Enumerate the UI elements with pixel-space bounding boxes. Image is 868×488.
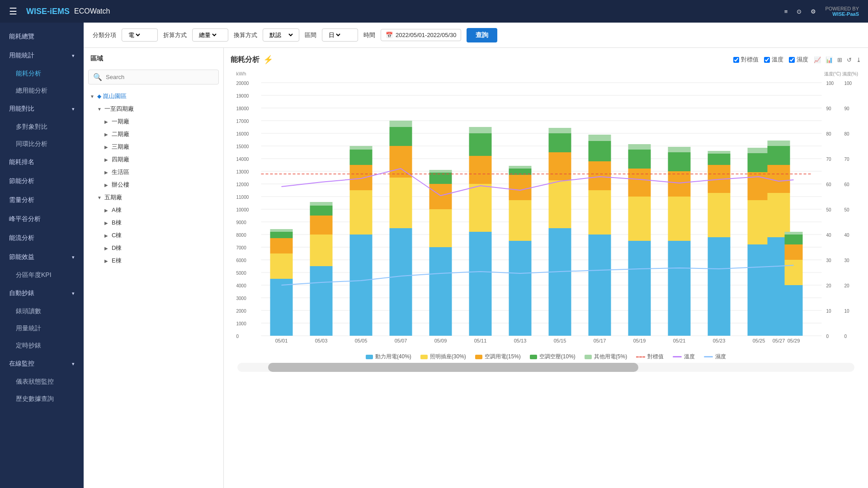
tree-arrow-icon: ▼ [90, 94, 95, 99]
chart-title: 能耗分析 [231, 55, 259, 65]
sidebar-item-online-monitor[interactable]: 在線監控 ▾ [0, 354, 84, 373]
sidebar-item-total-energy[interactable]: 總用能分析 [0, 82, 84, 99]
svg-rect-118 [589, 141, 611, 161]
legend-label-temp: 溫度 [684, 353, 695, 361]
chevron-icon-5: ▾ [72, 361, 75, 367]
chevron-icon-2: ▾ [72, 106, 75, 112]
sidebar-item-savings[interactable]: 節能分析 [0, 172, 84, 191]
tree-node-phase1-4[interactable]: ▼ 一至四期廠 [95, 103, 219, 115]
tree-node-bldA[interactable]: ▶ A棟 [103, 204, 219, 216]
sidebar-item-scheduled-read[interactable]: 定時抄錶 [0, 337, 84, 354]
menu-icon[interactable]: ≡ [784, 8, 788, 15]
checkbox-temp-label: 溫度 [772, 56, 783, 64]
sidebar-item-energy-stats[interactable]: 用能統計 ▾ [0, 46, 84, 65]
tree-arrow-icon-e: ▶ [104, 258, 110, 263]
svg-text:12000: 12000 [236, 182, 249, 187]
checkbox-target[interactable]: 對標值 [733, 56, 759, 64]
svg-text:13000: 13000 [236, 169, 249, 174]
category-select[interactable]: 電 水 氣 [122, 28, 158, 42]
svg-text:80: 80 [826, 131, 832, 136]
legend-humid: 濕度 [704, 353, 726, 361]
svg-rect-133 [708, 237, 731, 336]
svg-text:05/21: 05/21 [673, 338, 686, 343]
sidebar-item-meter-status[interactable]: 儀表狀態監控 [0, 373, 84, 390]
svg-text:05/07: 05/07 [395, 338, 407, 343]
tree-node-phase5[interactable]: ▼ 五期廠 [95, 191, 219, 204]
convert-select-input[interactable]: 默認 標準煤 [268, 31, 294, 39]
table-icon[interactable]: ⊞ [837, 56, 842, 63]
refresh-icon[interactable]: ↺ [847, 56, 852, 63]
svg-text:100: 100 [826, 81, 834, 86]
period-select-input[interactable]: 日 月 年 [327, 31, 342, 39]
tree-node-bldE[interactable]: ▶ E棟 [103, 254, 219, 267]
bar-chart-icon[interactable]: 📊 [826, 56, 833, 63]
sidebar-item-demand[interactable]: 需量分析 [0, 191, 84, 210]
calc-select-input[interactable]: 總量 均值 [197, 31, 218, 39]
tree-node-bldC[interactable]: ▶ C棟 [103, 229, 219, 242]
svg-text:19000: 19000 [236, 94, 249, 99]
checkbox-humid-input[interactable] [789, 57, 795, 63]
calc-select[interactable]: 總量 均值 [192, 28, 228, 42]
sidebar-item-period-compare[interactable]: 同環比分析 [0, 136, 84, 153]
checkbox-target-input[interactable] [733, 57, 739, 63]
sidebar-item-history-data[interactable]: 歷史數據查詢 [0, 390, 84, 408]
tree-node-phase4[interactable]: ▶ 四期廠 [103, 153, 219, 166]
sidebar-item-energy-flow[interactable]: 能流分析 [0, 229, 84, 248]
tree-node-office[interactable]: ▶ 辦公樓 [103, 178, 219, 191]
svg-text:8000: 8000 [236, 233, 247, 238]
tree-node-phase3[interactable]: ▶ 三期廠 [103, 141, 219, 153]
sidebar-item-energy-efficiency[interactable]: 節能效益 ▾ [0, 248, 84, 267]
search-input[interactable] [106, 74, 214, 80]
tree-label-phase5: 五期廠 [104, 193, 217, 202]
chart-container: kWh 20000 19000 18000 17000 16000 15000 … [231, 69, 861, 349]
sidebar-item-annual-kpi[interactable]: 分區年度KPI [0, 267, 84, 284]
svg-text:90: 90 [844, 106, 850, 111]
svg-text:05/27: 05/27 [773, 338, 785, 343]
scroll-bar[interactable] [237, 363, 854, 372]
sidebar-item-energy-analysis[interactable]: 能耗分析 [0, 65, 84, 82]
tree-label-living: 生活區 [112, 168, 217, 176]
line-chart-icon[interactable]: 📈 [814, 56, 821, 63]
checkbox-temp[interactable]: 溫度 [764, 56, 783, 64]
tree-root: ▼ ◆ 崑山園區 ▼ 一至四期廠 ▶ 一期廠 [88, 90, 219, 267]
category-select-input[interactable]: 電 水 氣 [127, 31, 142, 39]
date-input[interactable]: 📅 2022/05/01-2022/05/30 [381, 29, 461, 41]
scroll-thumb[interactable] [268, 363, 638, 372]
convert-select[interactable]: 默認 標準煤 [263, 28, 299, 42]
sidebar-item-energy-overview[interactable]: 能耗總覽 [0, 27, 84, 46]
tree-node-bldD[interactable]: ▶ D棟 [103, 242, 219, 254]
download-icon[interactable]: ⤓ [856, 56, 861, 63]
tree-node-bldB[interactable]: ▶ B棟 [103, 216, 219, 229]
svg-rect-109 [549, 228, 571, 336]
tree-node-living[interactable]: ▶ 生活區 [103, 166, 219, 178]
sidebar-item-multi-compare[interactable]: 多對象對比 [0, 118, 84, 136]
user-icon[interactable]: ⊙ [797, 8, 802, 15]
period-select[interactable]: 日 月 年 [322, 28, 358, 42]
svg-rect-87 [390, 146, 412, 178]
svg-text:05/23: 05/23 [713, 338, 726, 343]
sidebar-item-usage-stats[interactable]: 用量統計 [0, 320, 84, 337]
sidebar-item-auto-read[interactable]: 自動抄錶 ▾ [0, 284, 84, 303]
checkbox-temp-input[interactable] [764, 57, 770, 63]
tree-node-phase2[interactable]: ▶ 二期廠 [103, 128, 219, 141]
svg-text:30: 30 [844, 258, 850, 263]
hamburger-icon[interactable]: ☰ [9, 6, 17, 17]
sidebar-item-peak-valley[interactable]: 峰平谷分析 [0, 210, 84, 229]
checkbox-humid[interactable]: 濕度 [789, 56, 808, 64]
svg-rect-99 [469, 156, 492, 184]
svg-text:20000: 20000 [236, 81, 249, 86]
search-box[interactable]: 🔍 [88, 70, 219, 84]
sidebar-item-energy-compare[interactable]: 用能對比 ▾ [0, 99, 84, 118]
query-button[interactable]: 查詢 [467, 28, 497, 42]
svg-rect-74 [310, 235, 333, 266]
tree-node-kunshan[interactable]: ▼ ◆ 崑山園區 [88, 90, 219, 103]
svg-text:05/01: 05/01 [275, 338, 288, 343]
sidebar-item-meter-read[interactable]: 錶頭讀數 [0, 303, 84, 320]
svg-text:14000: 14000 [236, 157, 249, 162]
sidebar-item-energy-rank[interactable]: 能耗排名 [0, 153, 84, 172]
svg-rect-75 [310, 216, 333, 235]
tree-node-phase1[interactable]: ▶ 一期廠 [103, 115, 219, 128]
svg-text:05/13: 05/13 [514, 338, 527, 343]
svg-text:60: 60 [826, 182, 832, 187]
settings-icon[interactable]: ⚙ [811, 8, 816, 15]
